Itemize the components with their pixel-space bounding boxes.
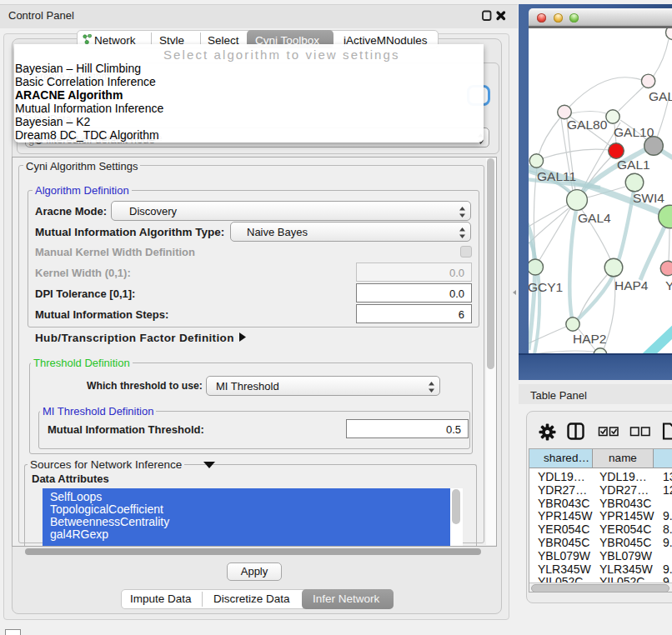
svg-text:GAL10: GAL10 <box>614 125 654 139</box>
svg-text:SWI4: SWI4 <box>633 191 664 205</box>
svg-text:GCY1: GCY1 <box>529 280 563 294</box>
svg-text:GAL11: GAL11 <box>537 169 576 183</box>
svg-text:GAL1: GAL1 <box>617 158 650 172</box>
svg-text:HAP2: HAP2 <box>573 332 607 346</box>
svg-text:Y: Y <box>665 278 672 292</box>
svg-text:GAL4: GAL4 <box>578 211 611 225</box>
svg-text:GAL80: GAL80 <box>567 118 608 132</box>
svg-text:HAP4: HAP4 <box>614 278 649 292</box>
svg-text:GAL7: GAL7 <box>649 89 672 103</box>
